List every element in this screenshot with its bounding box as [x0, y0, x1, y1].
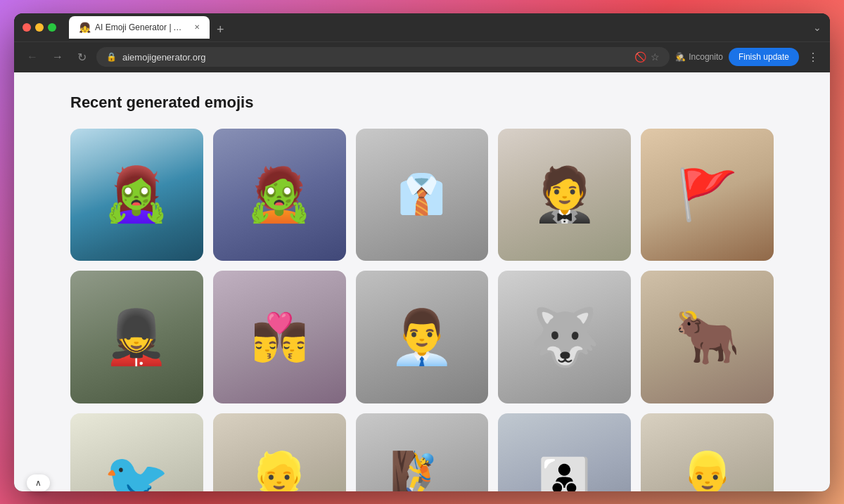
emoji-item[interactable]: 🧗	[356, 413, 489, 491]
browser-window: 👧 AI Emoji Generator | AI Emoj… ✕ + ⌄ ← …	[14, 13, 830, 491]
maximize-button[interactable]	[48, 23, 56, 32]
scroll-up-icon: ∧	[35, 478, 41, 488]
emoji-visual-11: 🐦	[70, 413, 203, 491]
emoji-item[interactable]: 🐺	[498, 271, 631, 403]
emoji-visual-8: 👨‍💼	[356, 271, 489, 403]
emoji-visual-15: 👱‍♂️	[641, 413, 774, 491]
emoji-visual-3: 👔	[356, 129, 489, 261]
emoji-visual-10: 🐂	[641, 271, 774, 403]
incognito-label: Incognito	[689, 52, 723, 62]
tab-label: AI Emoji Generator | AI Emoj…	[95, 22, 187, 32]
url-text: aiemojigenerator.org	[122, 52, 629, 63]
new-tab-button[interactable]: +	[211, 20, 230, 39]
emoji-item[interactable]: 👱‍♂️	[641, 413, 774, 491]
address-bar-icons: 🚫 ☆	[634, 51, 660, 63]
scroll-up-indicator[interactable]: ∧	[27, 474, 50, 491]
emoji-item[interactable]: 🧟‍♀️	[70, 129, 203, 261]
emoji-visual-12: 👱	[213, 413, 346, 491]
emoji-item[interactable]: 🚩	[641, 129, 774, 261]
emoji-visual-5: 🚩	[641, 129, 774, 261]
emoji-item[interactable]: 👨‍❤️‍💋‍👨	[213, 271, 346, 403]
incognito-badge: 🕵 Incognito	[675, 52, 723, 62]
emoji-visual-7: 👨‍❤️‍💋‍👨	[213, 271, 346, 403]
traffic-lights	[23, 23, 56, 32]
refresh-button[interactable]: ↻	[73, 48, 91, 67]
emoji-item[interactable]: 🧟	[213, 129, 346, 261]
minimize-button[interactable]	[35, 23, 44, 32]
incognito-icon: 🕵	[675, 52, 686, 62]
emoji-visual-1: 🧟‍♀️	[70, 129, 203, 261]
tabs-area: 👧 AI Emoji Generator | AI Emoj… ✕ +	[69, 16, 807, 39]
emoji-item[interactable]: 👨‍👦‍👦	[498, 413, 631, 491]
finish-update-button[interactable]: Finish update	[729, 48, 799, 66]
emoji-item[interactable]: 💂	[70, 271, 203, 403]
eye-off-icon[interactable]: 🚫	[634, 51, 646, 63]
emoji-grid: 🧟‍♀️ 🧟 👔 🤵 🚩	[70, 129, 774, 491]
emoji-item[interactable]: 👱	[213, 413, 346, 491]
lock-icon: 🔒	[106, 52, 117, 62]
nav-bar: ← → ↻ 🔒 aiemojigenerator.org 🚫 ☆ 🕵 Incog…	[14, 41, 830, 72]
emoji-item[interactable]: 🐦	[70, 413, 203, 491]
emoji-item[interactable]: 🤵	[498, 129, 631, 261]
forward-button[interactable]: →	[48, 48, 68, 66]
emoji-visual-4: 🤵	[498, 129, 631, 261]
emoji-item[interactable]: 👔	[356, 129, 489, 261]
emoji-item[interactable]: 👨‍💼	[356, 271, 489, 403]
star-icon[interactable]: ☆	[651, 51, 660, 63]
close-button[interactable]	[23, 23, 31, 32]
tab-close-icon[interactable]: ✕	[194, 23, 200, 31]
expand-icon[interactable]: ⌄	[813, 22, 821, 33]
nav-right: 🕵 Incognito Finish update ⋮	[675, 48, 821, 67]
address-bar[interactable]: 🔒 aiemojigenerator.org 🚫 ☆	[96, 47, 670, 67]
emoji-visual-2: 🧟	[213, 129, 346, 261]
tab-favicon: 👧	[79, 22, 91, 33]
browser-tab[interactable]: 👧 AI Emoji Generator | AI Emoj… ✕	[69, 16, 210, 39]
emoji-visual-13: 🧗	[356, 413, 489, 491]
emoji-visual-9: 🐺	[498, 271, 631, 403]
back-button[interactable]: ←	[23, 48, 42, 66]
more-options-icon[interactable]: ⋮	[805, 48, 821, 67]
emoji-visual-6: 💂	[70, 271, 203, 403]
page-title: Recent generated emojis	[70, 93, 774, 112]
title-bar: 👧 AI Emoji Generator | AI Emoj… ✕ + ⌄	[14, 13, 830, 41]
emoji-visual-14: 👨‍👦‍👦	[498, 413, 631, 491]
page-content: Recent generated emojis 🧟‍♀️ 🧟 👔	[14, 72, 830, 491]
emoji-item[interactable]: 🐂	[641, 271, 774, 403]
